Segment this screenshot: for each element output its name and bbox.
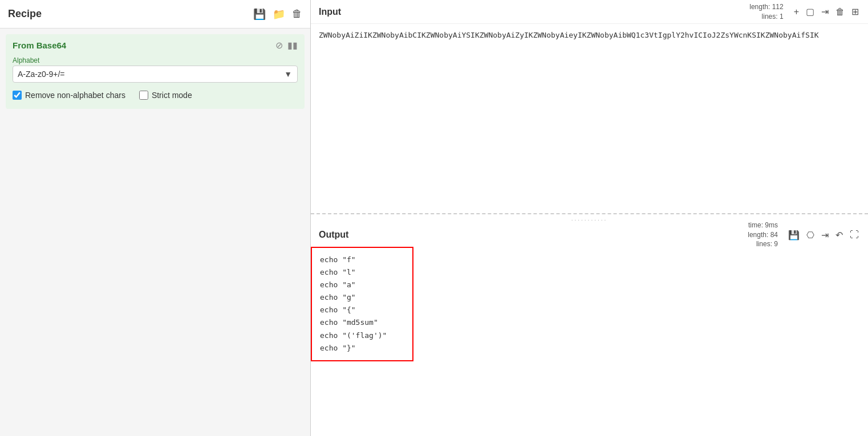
input-section: Input length: 112 lines: 1 + ▢ ⇥ 🗑 [311,0,868,214]
output-line: echo "md5sum" [320,316,404,329]
input-length-value: 112 [772,3,784,11]
alphabet-label: Alphabet [13,56,298,64]
input-length-lines: length: 112 lines: 1 [749,2,783,22]
delete-recipe-icon[interactable]: 🗑 [292,8,302,20]
remove-non-alpha-checkbox-item: Remove non-alphabet chars [13,91,125,100]
input-label: Input [319,7,341,17]
open-recipe-icon[interactable]: 📁 [273,8,285,21]
alphabet-select[interactable]: A-Za-z0-9+/=A-Za-z0-9-_A-Za-z0-9+/ [13,66,298,83]
input-delete-button[interactable]: 🗑 [834,6,846,18]
input-length-label: length: [749,3,770,11]
output-save-button[interactable]: 💾 [787,229,801,242]
alphabet-select-wrapper: A-Za-z0-9+/=A-Za-z0-9-_A-Za-z0-9+/ ▼ [13,66,298,83]
input-lines-label: lines: [762,13,778,21]
recipe-title: Recipe [8,8,42,20]
output-lines-label: lines: [756,240,772,248]
output-line: echo "('flag')" [320,329,404,342]
recipe-toolbar: 💾 📁 🗑 [253,8,302,21]
input-paste-button[interactable]: ⇥ [820,5,830,18]
checkboxes-row: Remove non-alphabet chars Strict mode [13,91,298,100]
right-panel: Input length: 112 lines: 1 + ▢ ⇥ 🗑 [311,0,868,436]
output-length-label: length: [748,231,768,239]
input-new-button[interactable]: ▢ [805,5,816,18]
output-line: echo "l" [320,266,404,279]
output-line: echo "a" [320,279,404,291]
input-tile-button[interactable]: ⊞ [850,5,860,18]
ingredient-header: From Base64 ⊘ ▮▮ [13,40,298,51]
output-line: echo "g" [320,291,404,304]
output-undo-button[interactable]: ↶ [834,229,844,242]
disable-ingredient-icon[interactable]: ⊘ [275,40,283,51]
left-panel: Recipe 💾 📁 🗑 From Base64 ⊘ ▮▮ Alphabet A… [0,0,311,436]
remove-non-alpha-checkbox[interactable] [13,91,22,100]
output-highlighted-box: echo "f"echo "l"echo "a"echo "g"echo "{"… [311,247,413,361]
output-length-value: 84 [770,231,778,239]
strict-mode-label[interactable]: Strict mode [152,91,192,100]
output-time-length-lines: time: 9ms length: 84 lines: 9 [748,221,778,249]
save-recipe-icon[interactable]: 💾 [253,8,266,21]
ingredient-block: From Base64 ⊘ ▮▮ Alphabet A-Za-z0-9+/=A-… [6,34,305,109]
recipe-header: Recipe 💾 📁 🗑 [0,0,310,28]
output-section: Output time: 9ms length: 84 lines: 9 [311,223,868,436]
ingredient-title: From Base64 [13,40,66,50]
output-line: echo "f" [320,254,404,266]
input-text: ZWNobyAiZiIKZWNobyAibCIKZWNobyAiYSIKZWNo… [319,31,819,39]
output-time-label: time: [748,221,763,229]
output-line: echo "}" [320,342,404,354]
input-toolbar: + ▢ ⇥ 🗑 ⊞ [793,5,860,18]
output-toolbar: 💾 ⎔ ⇥ ↶ ⛶ [787,229,860,242]
output-label: Output [319,230,348,240]
input-add-button[interactable]: + [793,6,800,18]
input-content[interactable]: ZWNobyAiZiIKZWNobyAibCIKZWNobyAiYSIKZWNo… [311,24,868,213]
input-meta: length: 112 lines: 1 [749,2,783,22]
output-header: Output time: 9ms length: 84 lines: 9 [311,223,868,247]
ingredient-controls: ⊘ ▮▮ [275,40,298,51]
input-header: Input length: 112 lines: 1 + ▢ ⇥ 🗑 [311,0,868,24]
output-meta: time: 9ms length: 84 lines: 9 [748,221,778,249]
output-open-button[interactable]: ⇥ [820,229,830,242]
output-line: echo "{" [320,304,404,316]
output-fullscreen-button[interactable]: ⛶ [849,229,860,241]
remove-non-alpha-label[interactable]: Remove non-alphabet chars [25,91,125,100]
input-lines-value: 1 [780,13,784,21]
output-copy-button[interactable]: ⎔ [805,229,816,242]
strict-mode-checkbox-item: Strict mode [139,91,192,100]
output-time-value: 9ms [765,221,778,229]
strict-mode-checkbox[interactable] [139,91,148,100]
pause-ingredient-icon[interactable]: ▮▮ [287,40,298,51]
output-lines-value: 9 [774,240,778,248]
